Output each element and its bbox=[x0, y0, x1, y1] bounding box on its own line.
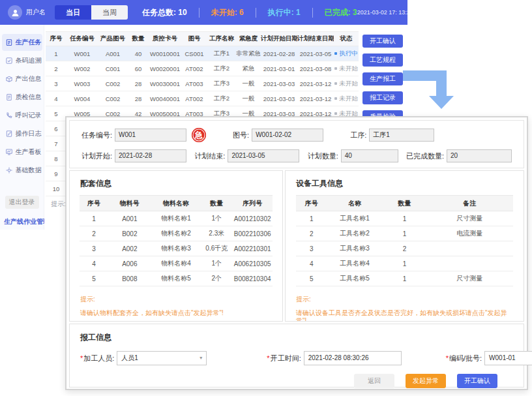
table-row: 4工具名称41 bbox=[296, 256, 512, 271]
confirm-start-button[interactable]: 开工确认 bbox=[457, 374, 497, 388]
document-icon bbox=[5, 93, 13, 101]
field-process: 工序: 工序1 bbox=[350, 129, 434, 142]
material-hint: 提示: 请确认物料配套齐全，如有缺失请点击"发起异常"! bbox=[70, 286, 282, 317]
stat-not-started: 未开始: 6 bbox=[211, 7, 244, 18]
material-table: 序号物料号物料名称数量序列号 1A001物料名称11个A001210302 2B… bbox=[80, 195, 273, 286]
stat-done: 已完成: 3 bbox=[325, 7, 357, 18]
report-record-button[interactable]: 报工记录 bbox=[362, 91, 403, 104]
check-square-icon bbox=[5, 57, 13, 65]
page: 用户名 当日 当周 任务总数: 10 未开始: 6 执行中: 1 已完成: 3 … bbox=[0, 0, 532, 396]
table-header-row: 序号名称数量备注 bbox=[296, 196, 512, 211]
production-report-button[interactable]: 生产报工 bbox=[362, 72, 403, 85]
task-stats: 任务总数: 10 未开始: 6 执行中: 1 已完成: 3 bbox=[142, 7, 357, 18]
clipboard-icon bbox=[5, 38, 13, 46]
log-icon bbox=[5, 130, 13, 138]
done-qty-value: 20 bbox=[447, 149, 512, 162]
table-row: 3A002物料名称30.6千克A002210301 bbox=[80, 241, 273, 256]
field-drawing-no: 图号: W001-02-02 bbox=[233, 129, 323, 142]
header-bar: 用户名 当日 当周 任务总数: 10 未开始: 6 执行中: 1 已完成: 3 … bbox=[0, 0, 407, 25]
field-plan-start: 计划开始: 2021-02-28 bbox=[81, 149, 186, 162]
status-badge: 未开始 bbox=[334, 65, 358, 73]
period-tabs: 当日 当周 bbox=[55, 5, 128, 20]
sidebar-item-output-info[interactable]: 产出信息 bbox=[2, 70, 42, 87]
chevron-down-icon: ▾ bbox=[200, 352, 202, 365]
stat-total: 任务总数: 10 bbox=[142, 7, 187, 18]
sidebar-item-barcode-trace[interactable]: 条码追溯 bbox=[2, 52, 42, 69]
divider bbox=[256, 8, 256, 18]
status-badge: 未开始 bbox=[334, 95, 358, 103]
divider bbox=[199, 8, 200, 18]
sidebar-item-base-data[interactable]: 基础数据 bbox=[2, 162, 42, 179]
batch-input[interactable]: W001-01 bbox=[484, 351, 532, 365]
process-value: 工序1 bbox=[369, 129, 434, 142]
action-button-column: 开工确认 工艺规程 生产报工 报工记录 质量检验 bbox=[362, 35, 403, 129]
box-icon bbox=[5, 75, 13, 83]
sidebar-item-operation-log[interactable]: 操作日志 bbox=[2, 125, 42, 142]
equipment-table: 序号名称数量备注 1工具名称11尺寸测量 2工具名称21电流测量 3工具名称32… bbox=[296, 195, 512, 286]
field-plan-end: 计划结束: 2021-03-05 bbox=[194, 149, 299, 162]
confirm-start-action-button[interactable]: 开工确认 bbox=[362, 35, 403, 48]
table-row[interactable]: 2W002C00160W0020001AT002工序2紧急2021-03-012… bbox=[46, 61, 359, 76]
sidebar-item-production-board[interactable]: 生产看板 bbox=[2, 144, 42, 160]
table-row: 5B008物料名称52个B008210304 bbox=[80, 271, 273, 286]
divider bbox=[312, 8, 313, 18]
field-task-no: 任务编号: W001 急 bbox=[81, 128, 206, 142]
table-row: 5工具名称51尺寸测量 bbox=[296, 271, 512, 286]
field-done-qty: 已完成数量: 20 bbox=[406, 149, 512, 162]
plan-qty-value: 40 bbox=[341, 149, 398, 162]
table-row[interactable]: 3W003C00228W0030001AT003工序3一般2021-03-032… bbox=[46, 76, 359, 91]
nodes-icon bbox=[5, 166, 13, 174]
drawing-no-value: W001-02-02 bbox=[252, 129, 323, 142]
username: 用户名 bbox=[26, 8, 46, 17]
table-footer-hint: 提示: bbox=[51, 200, 66, 209]
table-row[interactable]: 1W001A00140W0010001CS001工序1非常紧急2021-02-2… bbox=[46, 46, 359, 61]
phone-icon bbox=[5, 112, 13, 119]
plan-end-value: 2021-03-05 bbox=[228, 149, 299, 162]
field-batch-no: * 编码/批号: W001-01 bbox=[446, 351, 532, 365]
table-row[interactable]: 4W004C00228W0040001AT002工序2一般2021-03-032… bbox=[46, 91, 359, 106]
material-panel: 配套信息 序号物料号物料名称数量序列号 1A001物料名称11个A0012103… bbox=[69, 170, 283, 322]
table-header-row: 序号物料号物料名称数量序列号 bbox=[80, 196, 273, 211]
start-time-input[interactable]: 2021-02-28 08:30:26 bbox=[304, 351, 402, 365]
plan-start-value: 2021-02-28 bbox=[115, 149, 186, 162]
table-row: 4A006物料名称41个A006210305 bbox=[80, 256, 273, 271]
equipment-panel: 设备工具信息 序号名称数量备注 1工具名称11尺寸测量 2工具名称21电流测量 … bbox=[285, 170, 524, 322]
task-no-value: W001 bbox=[115, 129, 186, 142]
logout-button[interactable]: 退出登录 bbox=[5, 196, 39, 209]
table-row: 1A001物料名称11个A001210302 bbox=[80, 211, 273, 226]
field-plan-qty: 计划数量: 40 bbox=[308, 149, 398, 162]
status-badge: 执行中 bbox=[334, 50, 358, 58]
equipment-panel-title: 设备工具信息 bbox=[286, 171, 524, 195]
field-worker: * 加工人员: 人员1 ▾ bbox=[80, 351, 207, 365]
sidebar-item-call-records[interactable]: 呼叫记录 bbox=[2, 107, 42, 124]
flow-arrow-icon bbox=[403, 67, 456, 110]
report-panel-title: 报工信息 bbox=[80, 332, 513, 343]
equipment-hint: 提示: 请确认设备工具是否齐全及状态是否完好，如有缺失或损坏请点击"发起异常"! bbox=[286, 286, 524, 322]
sidebar-item-quality-info[interactable]: 质检信息 bbox=[2, 89, 42, 106]
table-row: 2工具名称21电流测量 bbox=[296, 226, 512, 241]
worker-select[interactable]: 人员1 ▾ bbox=[117, 351, 207, 365]
table-row: 2B002物料名称22.3米B002210306 bbox=[80, 226, 273, 241]
status-badge: 未开始 bbox=[334, 80, 358, 88]
report-panel: 报工信息 * 加工人员: 人员1 ▾ * 开工时间: 2021-02-28 08… bbox=[69, 324, 524, 388]
sidebar: 生产任务 条码追溯 产出信息 质检信息 呼叫记录 操作日志 生产看板 基础数据 bbox=[0, 25, 44, 230]
raise-exception-button[interactable]: 发起异常 bbox=[406, 374, 446, 388]
stat-running: 执行中: 1 bbox=[268, 7, 301, 18]
dashboard-icon bbox=[5, 148, 13, 156]
table-header-row: 序号任务编号产品图号数量质控卡号图号工序名称紧急度计划开始日期计划结束日期状态 bbox=[46, 32, 359, 46]
urgent-badge: 急 bbox=[192, 128, 206, 142]
task-detail-modal: 任务编号: W001 急 图号: W001-02-02 工序: 工序1 计划开始… bbox=[65, 116, 528, 390]
table-row: 1工具名称11尺寸测量 bbox=[296, 211, 512, 226]
task-summary-section: 任务编号: W001 急 图号: W001-02-02 工序: 工序1 计划开始… bbox=[69, 120, 524, 168]
process-spec-button[interactable]: 工艺规程 bbox=[362, 53, 403, 67]
table-row: 3工具名称32 bbox=[296, 241, 512, 256]
sidebar-item-production-tasks[interactable]: 生产任务 bbox=[2, 34, 42, 51]
back-button[interactable]: 返回 bbox=[354, 374, 394, 388]
tab-today[interactable]: 当日 bbox=[55, 5, 91, 20]
material-panel-title: 配套信息 bbox=[70, 171, 282, 195]
field-start-time: * 开工时间: 2021-02-28 08:30:26 bbox=[267, 351, 401, 365]
tab-week[interactable]: 当周 bbox=[91, 5, 128, 20]
timestamp: 2021-03-02 17: 13:23 bbox=[357, 9, 413, 16]
user-avatar-icon bbox=[8, 5, 22, 20]
